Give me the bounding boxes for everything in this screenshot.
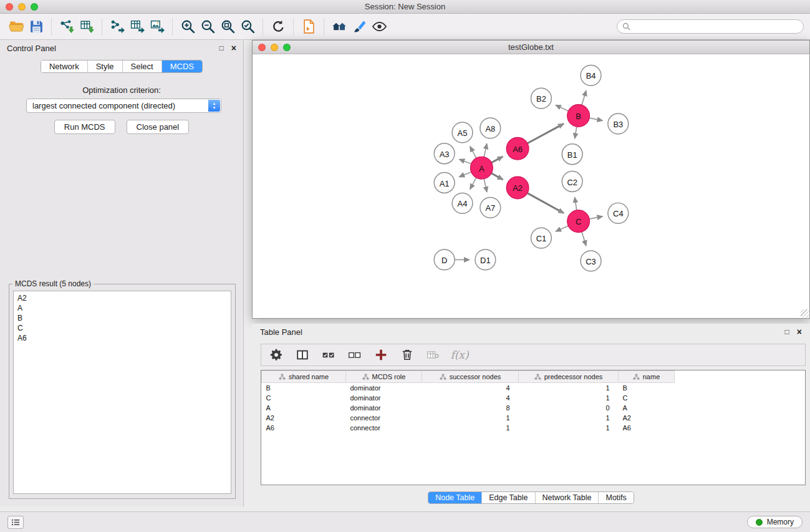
function-builder-icon[interactable]: f(x) [451,346,468,364]
import-table-icon[interactable] [77,17,97,37]
run-mcds-button[interactable]: Run MCDS [54,120,115,134]
add-row-icon[interactable] [372,346,390,364]
network-canvas-area[interactable]: B4B2BB3A5A8A6B1A3AC2A1A2A4A7C4CC1C3DD1 [253,54,809,318]
float-panel-icon[interactable]: □ [219,44,224,52]
zoom-selected-icon[interactable] [238,17,258,37]
network-edge-A-A8[interactable] [484,143,487,157]
optimization-criterion-select[interactable]: largest connected component (directed) ▲… [26,99,221,113]
network-node-D1[interactable]: D1 [475,249,496,270]
export-network-icon[interactable] [107,17,127,37]
table-close-panel-icon[interactable]: × [797,327,802,336]
export-table-icon[interactable] [127,17,147,37]
table-disabled-icon[interactable] [425,346,442,364]
mcds-result-item[interactable]: C [17,323,227,333]
table-float-panel-icon[interactable]: □ [785,328,789,336]
select-all-rows-icon[interactable] [320,346,337,364]
network-edge-A-A5[interactable] [470,147,476,158]
table-tab-network-table[interactable]: Network Table [536,492,599,503]
open-folder-icon[interactable] [6,17,26,37]
zoom-fit-icon[interactable] [218,17,238,37]
control-tab-style[interactable]: Style [88,60,123,72]
network-node-B1[interactable]: B1 [562,144,582,165]
export-image-icon[interactable] [147,17,167,37]
network-edge-A2-C[interactable] [528,193,564,213]
mcds-result-item[interactable]: B [17,313,227,323]
network-node-D[interactable]: D [434,249,455,270]
network-node-A[interactable]: A [470,157,493,179]
network-edge-C-C2[interactable] [575,197,577,210]
network-node-A3[interactable]: A3 [434,143,455,164]
network-edge-B-B2[interactable] [556,105,568,111]
network-edge-A-A3[interactable] [459,159,471,163]
network-edge-A-A4[interactable] [470,178,476,190]
network-zoom-button[interactable] [283,44,291,51]
mcds-result-item[interactable]: A [17,303,227,313]
table-row[interactable]: Bdominator41B [262,383,675,393]
network-edge-A-A1[interactable] [459,172,471,177]
control-tab-mcds[interactable]: MCDS [162,60,202,72]
network-node-B4[interactable]: B4 [581,65,601,85]
network-from-selection-icon[interactable] [299,17,319,37]
control-tab-select[interactable]: Select [123,60,162,72]
eye-icon[interactable] [369,17,389,37]
network-node-B[interactable]: B [567,105,590,127]
column-header-predecessor-nodes[interactable]: predecessor nodes [519,371,619,383]
mcds-result-item[interactable]: A2 [17,293,227,303]
table-row[interactable]: Adominator80A [262,403,675,413]
network-node-A1[interactable]: A1 [434,173,455,193]
network-node-A7[interactable]: A7 [480,197,501,218]
delete-row-icon[interactable] [398,346,416,364]
close-window-button[interactable] [6,3,13,11]
table-row[interactable]: A2connector11A2 [262,413,675,423]
panel-list-button[interactable] [7,516,24,529]
close-panel-icon[interactable]: × [231,44,236,52]
network-canvas[interactable]: B4B2BB3A5A8A6B1A3AC2A1A2A4A7C4CC1C3DD1 [253,54,809,318]
table-row[interactable]: Cdominator41C [262,393,675,403]
mcds-result-item[interactable]: A6 [17,333,227,343]
network-edge-A-A2[interactable] [491,173,503,180]
network-close-button[interactable] [258,44,266,51]
refresh-network-icon[interactable] [268,17,288,37]
column-header-shared-name[interactable]: shared name [262,371,346,383]
network-node-C2[interactable]: C2 [562,172,582,192]
column-visibility-icon[interactable] [294,346,311,364]
mcds-result-list[interactable]: A2ABCA6 [13,291,231,494]
network-node-C3[interactable]: C3 [581,251,601,271]
network-node-A5[interactable]: A5 [452,122,473,143]
settings-gear-icon[interactable] [268,346,285,364]
import-network-icon[interactable] [57,17,77,37]
column-header-mcds-role[interactable]: MCDS role [346,371,422,383]
search-input[interactable] [634,22,798,31]
network-edge-C-C3[interactable] [582,232,586,246]
network-node-C[interactable]: C [567,210,590,233]
network-node-B3[interactable]: B3 [608,114,629,134]
network-edge-B-B3[interactable] [589,118,602,120]
style-brush-icon[interactable] [349,17,369,37]
network-node-A6[interactable]: A6 [506,137,529,160]
minimize-window-button[interactable] [18,3,26,11]
network-edge-A-A7[interactable] [484,179,487,192]
search-box[interactable] [617,19,804,34]
network-node-A8[interactable]: A8 [480,118,501,138]
network-node-B2[interactable]: B2 [531,88,552,109]
zoom-in-icon[interactable] [178,17,198,37]
save-session-icon[interactable] [26,17,46,37]
column-header-name[interactable]: name [619,371,675,383]
table-tab-node-table[interactable]: Node Table [428,492,482,503]
zoom-out-icon[interactable] [198,17,218,37]
network-node-A2[interactable]: A2 [506,177,529,199]
network-edge-C-C4[interactable] [589,216,602,219]
zoom-window-button[interactable] [31,3,38,11]
home-pair-icon[interactable] [329,17,349,37]
network-edge-A6-B[interactable] [528,123,564,143]
network-node-A4[interactable]: A4 [452,193,473,213]
node-table-container[interactable]: shared nameMCDS rolesuccessor nodesprede… [261,370,806,485]
table-tab-motifs[interactable]: Motifs [599,492,633,503]
table-row[interactable]: A6connector11A6 [262,423,675,433]
table-tab-edge-table[interactable]: Edge Table [482,492,535,503]
deselect-all-rows-icon[interactable] [346,346,364,364]
network-minimize-button[interactable] [271,44,278,51]
network-edge-B-B4[interactable] [582,90,586,105]
control-tab-network[interactable]: Network [41,60,88,72]
column-header-successor-nodes[interactable]: successor nodes [422,371,519,383]
